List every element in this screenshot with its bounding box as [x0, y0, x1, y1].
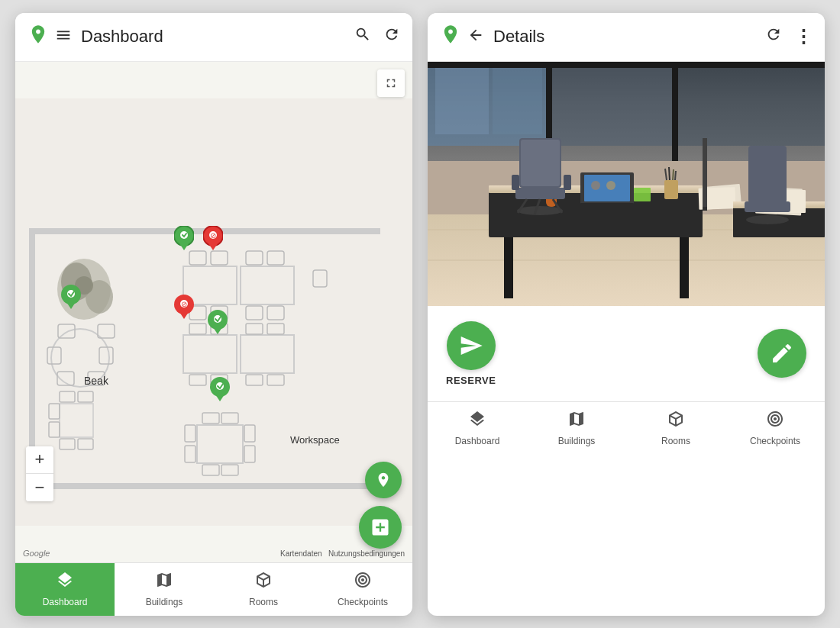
svg-rect-92 [584, 175, 630, 201]
nav-label-buildings-right: Buildings [558, 436, 596, 446]
workspace-label: Workspace [290, 434, 340, 446]
map-pin-green-1[interactable] [174, 226, 194, 253]
beak-label: Beak [84, 375, 108, 387]
map-pin-red-1[interactable]: ⊘ [203, 226, 223, 253]
svg-marker-69 [65, 300, 77, 309]
nav-label-rooms-right: Rooms [661, 436, 690, 446]
svg-rect-118 [745, 201, 790, 212]
nav-item-dashboard[interactable]: Dashboard [15, 563, 115, 616]
map-icon [155, 571, 173, 594]
menu-icon[interactable] [55, 27, 72, 47]
svg-point-55 [180, 231, 188, 239]
svg-rect-97 [664, 180, 678, 199]
layers-icon [56, 571, 74, 594]
office-scene-svg [428, 62, 825, 306]
zoom-in-button[interactable]: + [26, 446, 53, 474]
right-phone: Details ⋮ [428, 13, 825, 616]
google-logo: Google [23, 549, 50, 558]
zoom-out-button[interactable]: − [26, 474, 53, 501]
office-image [428, 62, 825, 306]
fab-button[interactable] [359, 506, 402, 549]
svg-rect-120 [634, 188, 651, 201]
nutzungsbedingungen-label: Nutzungsbedingungen [328, 549, 405, 558]
map-pin-green-beak[interactable] [61, 285, 81, 312]
nav-label-checkpoints: Checkpoints [338, 597, 388, 607]
svg-line-99 [669, 167, 670, 180]
nav-label-dashboard-right: Dashboard [455, 436, 500, 446]
kartendaten-label: Kartendaten [280, 549, 322, 558]
target-icon [354, 571, 372, 594]
svg-rect-122 [703, 138, 707, 207]
nav-item-rooms[interactable]: Rooms [214, 563, 313, 616]
search-icon[interactable] [354, 26, 371, 47]
svg-rect-3 [29, 483, 380, 489]
nav-item-checkpoints[interactable]: Checkpoints [313, 563, 412, 616]
details-header: Details ⋮ [428, 13, 825, 62]
svg-rect-105 [521, 140, 560, 186]
reserve-button[interactable] [447, 321, 496, 370]
dashboard-bottom-nav: Dashboard Buildings Rooms [15, 562, 412, 616]
back-icon[interactable] [467, 27, 484, 47]
svg-marker-66 [212, 325, 224, 334]
nav-label-checkpoints-right: Checkpoints [750, 436, 800, 446]
svg-rect-91 [580, 203, 634, 209]
layers-icon-right [468, 410, 486, 433]
svg-rect-88 [504, 237, 513, 298]
cube-icon-right [667, 410, 685, 433]
cube-icon [254, 571, 273, 594]
nav-item-buildings[interactable]: Buildings [115, 563, 214, 616]
svg-marker-54 [178, 241, 190, 250]
header-actions [354, 26, 400, 47]
svg-line-100 [673, 169, 674, 180]
svg-rect-112 [564, 175, 571, 190]
nav-label-rooms: Rooms [249, 597, 278, 607]
svg-line-101 [675, 171, 676, 180]
nav-item-checkpoints-right[interactable]: Checkpoints [725, 402, 825, 455]
svg-point-107 [517, 206, 563, 215]
dashboard-header: Dashboard [15, 13, 412, 62]
action-area: RESERVE [428, 306, 825, 401]
map-footer-text: Kartendaten Nutzungsbedingungen [280, 549, 405, 558]
map-area: ⊘ ⊘ [15, 62, 412, 562]
svg-text:⊘: ⊘ [210, 231, 216, 240]
reserve-label: RESERVE [446, 375, 496, 386]
nav-item-rooms-right[interactable]: Rooms [626, 402, 725, 455]
svg-rect-78 [435, 66, 489, 134]
map-pin-green-2[interactable] [208, 310, 228, 337]
svg-text:⊘: ⊘ [181, 300, 187, 308]
svg-rect-106 [515, 188, 565, 199]
svg-point-94 [606, 181, 615, 190]
expand-button[interactable] [377, 69, 405, 97]
nav-label-dashboard: Dashboard [43, 597, 88, 607]
left-phone: Dashboard [15, 13, 412, 616]
refresh-icon-right[interactable] [765, 26, 782, 47]
zoom-controls: + − [26, 446, 53, 501]
svg-point-119 [746, 215, 789, 224]
details-header-actions: ⋮ [765, 26, 813, 47]
nav-item-dashboard-right[interactable]: Dashboard [428, 402, 527, 455]
map-pin-red-2[interactable]: ⊘ [174, 295, 194, 322]
location-fab-button[interactable] [365, 462, 402, 498]
svg-point-93 [591, 181, 600, 190]
svg-rect-117 [748, 146, 787, 203]
svg-rect-111 [512, 175, 519, 190]
nav-item-buildings-right[interactable]: Buildings [527, 402, 626, 455]
svg-rect-89 [680, 237, 689, 298]
svg-rect-77 [675, 62, 825, 146]
app-logo-icon-right [440, 24, 461, 50]
svg-rect-76 [551, 62, 674, 146]
svg-marker-72 [214, 392, 226, 401]
reserve-section: RESERVE [446, 321, 496, 386]
refresh-icon[interactable] [383, 26, 400, 47]
map-pin-green-bottom[interactable] [210, 377, 230, 404]
app-logo-icon [27, 24, 49, 50]
map-icon-right [567, 410, 586, 433]
target-icon-right [766, 410, 784, 433]
dashboard-title: Dashboard [81, 27, 354, 47]
edit-button[interactable] [758, 329, 806, 378]
svg-marker-62 [178, 310, 190, 319]
svg-rect-82 [672, 62, 678, 161]
details-bottom-nav: Dashboard Buildings Rooms [428, 401, 825, 455]
nav-label-buildings: Buildings [146, 597, 183, 607]
more-icon[interactable]: ⋮ [794, 26, 813, 47]
